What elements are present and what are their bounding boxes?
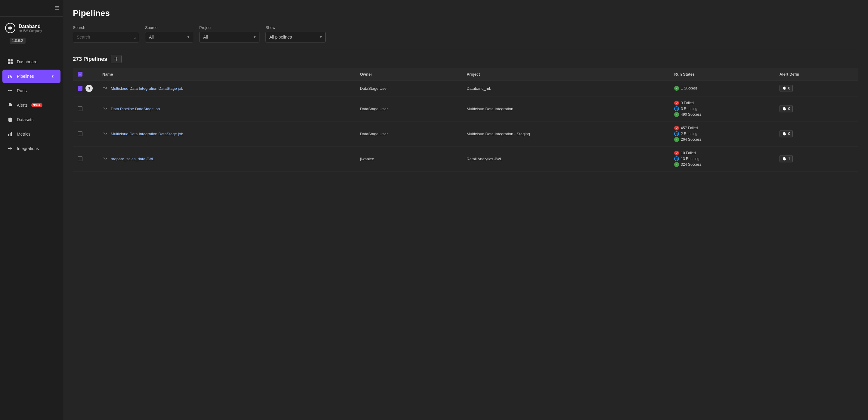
indeterminate-checkbox[interactable]	[78, 72, 83, 77]
td-name: Data Pipeline.DataStage job	[97, 96, 355, 121]
add-pipeline-button[interactable]	[111, 55, 122, 63]
td-alert: 0	[775, 96, 858, 121]
state-count: 1 Success	[681, 86, 698, 90]
search-icon: ⌕	[134, 35, 136, 39]
th-owner: Owner	[355, 68, 462, 80]
show-select[interactable]: All pipelines	[266, 32, 326, 43]
sidebar-item-integrations[interactable]: Integrations	[2, 142, 61, 155]
pipelines-table-container: Name Owner Project Run States Alert Defi…	[73, 68, 858, 171]
grid-icon	[7, 59, 13, 65]
logo-text: Databand an IBM Company	[19, 24, 42, 32]
source-label: Source	[145, 25, 193, 30]
sidebar-nav: Dashboard Pipelines 2 Runs Alerts 999+	[0, 52, 63, 420]
alert-button[interactable]: 0	[779, 85, 793, 92]
td-checkbox	[73, 96, 97, 121]
state-count: 2 Running	[681, 132, 698, 136]
run-states-list: ✕3 Failed◑3 Running✓490 Success	[674, 101, 770, 117]
pipelines-table: Name Owner Project Run States Alert Defi…	[73, 68, 858, 171]
sidebar: ☰ Databand an IBM Company 1.0.9.2 Dashbo…	[0, 0, 63, 420]
td-run-states: ✓1 Success	[669, 80, 774, 96]
run-state-success: ✓1 Success	[674, 86, 770, 91]
running-icon: ◑	[674, 157, 679, 161]
table-row: Multicloud Data Integration.DataStage jo…	[73, 121, 858, 146]
sidebar-item-runs[interactable]: Runs	[2, 84, 61, 97]
pipelines-icon	[7, 73, 13, 79]
bell-icon	[7, 102, 13, 108]
project-select[interactable]: All	[199, 32, 259, 43]
td-project: Multicloud Data Integration - Staging	[462, 121, 669, 146]
row-checkbox[interactable]	[78, 131, 83, 136]
run-states-list: ✕10 Failed◑13 Running✓324 Success	[674, 151, 770, 167]
th-run-states: Run States	[669, 68, 774, 80]
running-icon: ◑	[674, 106, 679, 111]
state-count: 457 Failed	[681, 126, 698, 130]
sidebar-item-datasets[interactable]: Datasets	[2, 113, 61, 126]
alert-count: 1	[788, 157, 790, 161]
metrics-icon	[7, 131, 13, 137]
pipeline-type-icon	[102, 156, 107, 162]
project-label: Project	[199, 25, 259, 30]
alert-col: 0	[779, 105, 854, 112]
bell-alert-icon	[782, 132, 786, 136]
pipeline-name-text[interactable]: Data Pipeline.DataStage job	[111, 107, 160, 111]
td-name: Multicloud Data Integration.DataStage jo…	[97, 80, 355, 96]
alert-count: 0	[788, 132, 790, 136]
failed-icon: ✕	[674, 125, 679, 131]
td-project: Multicloud Data Integration	[462, 96, 669, 121]
hamburger-icon[interactable]: ☰	[55, 5, 59, 11]
table-row: Data Pipeline.DataStage job DataStage Us…	[73, 96, 858, 121]
checkbox-wrapper: ✓3	[78, 85, 93, 92]
checkbox-wrapper	[78, 157, 93, 161]
td-project: Retail Analytics JWL	[462, 146, 669, 171]
failed-icon: ✕	[674, 101, 679, 106]
integrations-icon	[7, 145, 13, 151]
databand-logo-icon	[5, 23, 16, 33]
pipeline-name: Data Pipeline.DataStage job	[102, 106, 350, 112]
td-owner: DataStage User	[355, 121, 462, 146]
sidebar-item-metrics[interactable]: Metrics	[2, 128, 61, 141]
pipeline-name: Multicloud Data Integration.DataStage jo…	[102, 86, 350, 91]
search-input[interactable]	[73, 32, 139, 43]
svg-rect-13	[11, 148, 12, 149]
td-owner: jiwanlee	[355, 146, 462, 171]
row-checkbox[interactable]: ✓	[78, 86, 83, 91]
row-checkbox[interactable]	[78, 106, 83, 111]
database-icon	[7, 117, 13, 122]
run-state-running: ◑2 Running	[674, 131, 770, 136]
alert-button[interactable]: 0	[779, 130, 793, 137]
th-project: Project	[462, 68, 669, 80]
datastage-icon	[102, 106, 107, 111]
alert-col: 0	[779, 85, 854, 92]
source-select[interactable]: All	[145, 32, 193, 43]
count-row: 273 Pipelines	[73, 55, 858, 63]
pipeline-name-text[interactable]: prepare_sales_data JWL	[111, 157, 154, 161]
table-body: ✓3 Multicloud Data Integration.DataStage…	[73, 80, 858, 171]
pipeline-name-text[interactable]: Multicloud Data Integration.DataStage jo…	[111, 132, 183, 136]
alert-button[interactable]: 0	[779, 105, 793, 112]
checkbox-wrapper	[78, 106, 93, 111]
row-number: 3	[86, 85, 93, 92]
td-run-states: ✕3 Failed◑3 Running✓490 Success	[669, 96, 774, 121]
sidebar-item-label-pipelines: Pipelines	[17, 74, 34, 79]
sidebar-item-label-alerts: Alerts	[17, 103, 28, 108]
svg-rect-1	[8, 59, 10, 61]
svg-rect-11	[11, 132, 12, 136]
state-count: 490 Success	[681, 112, 702, 117]
run-state-success: ✓490 Success	[674, 112, 770, 117]
pipeline-name-text[interactable]: Multicloud Data Integration.DataStage jo…	[111, 86, 183, 91]
success-icon: ✓	[674, 162, 679, 167]
bell-alert-icon	[782, 107, 786, 111]
th-name: Name	[97, 68, 355, 80]
svg-point-5	[8, 90, 9, 91]
logo-sub: an IBM Company	[19, 29, 42, 32]
plus-icon	[114, 57, 118, 61]
alert-button[interactable]: 1	[779, 155, 793, 162]
sidebar-item-dashboard[interactable]: Dashboard	[2, 55, 61, 68]
td-name: Multicloud Data Integration.DataStage jo…	[97, 121, 355, 146]
svg-rect-4	[10, 62, 13, 64]
sidebar-item-pipelines[interactable]: Pipelines 2	[2, 69, 61, 83]
project-select-wrapper: All ▼	[199, 32, 259, 43]
sidebar-item-alerts[interactable]: Alerts 999+	[2, 99, 61, 112]
svg-rect-10	[10, 133, 10, 136]
row-checkbox[interactable]	[78, 157, 83, 161]
